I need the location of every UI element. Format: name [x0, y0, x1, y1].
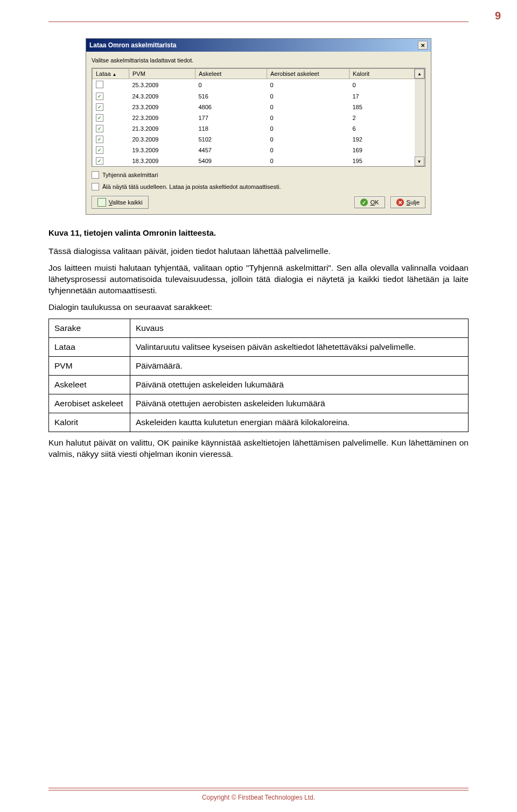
cell-pvm: 21.3.2009 — [129, 123, 195, 134]
cell-kal: 195 — [350, 156, 415, 166]
cell-pvm: 22.3.2009 — [129, 112, 195, 123]
table-row[interactable]: 25.3.2009000▼ — [93, 79, 425, 91]
desc-row: AskeleetPäivänä otettujen askeleiden luk… — [49, 375, 469, 394]
table-row[interactable]: ✓21.3.200911806 — [93, 123, 425, 134]
cell-pvm: 20.3.2009 — [129, 134, 195, 145]
col-aerobiset[interactable]: Aerobiset askeleet — [267, 69, 350, 79]
desc-key: Lataa — [49, 337, 130, 356]
bottom-rule-2 — [48, 790, 469, 790]
table-row[interactable]: ✓19.3.200944570169 — [93, 145, 425, 156]
cell-kal: 169 — [350, 145, 415, 156]
desc-value: Päivänä otettujen askeleiden lukumäärä — [130, 375, 469, 394]
checkbox-icon[interactable]: ✓ — [96, 157, 103, 165]
cell-ask: 177 — [195, 112, 267, 123]
desc-value: Valintaruutu valitsee kyseisen päivän as… — [130, 337, 469, 356]
close-button[interactable]: ✕ Sulje — [390, 196, 425, 208]
bottom-rule-1 — [48, 788, 469, 788]
cell-aero: 0 — [267, 102, 350, 112]
paragraph-2: Jos laitteen muisti halutaan tyhjentää, … — [48, 263, 469, 296]
dialog-instruction: Valitse askelmittarista ladattavat tiedo… — [92, 57, 425, 63]
checkbox-icon[interactable]: ✓ — [96, 136, 103, 143]
ok-button[interactable]: ✓ OK — [354, 196, 385, 208]
option-noshow-label: Älä näytä tätä uudelleen. Lataa ja poist… — [102, 183, 281, 190]
checkbox-icon[interactable]: ✓ — [96, 125, 103, 132]
cell-kal: 17 — [350, 91, 415, 102]
close-icon[interactable]: ✕ — [418, 41, 428, 50]
cell-ask: 0 — [195, 79, 267, 91]
desc-value: Päivämäärä. — [130, 356, 469, 375]
cell-aero: 0 — [267, 79, 350, 91]
col-kalorit[interactable]: Kalorit — [350, 69, 415, 79]
cell-pvm: 25.3.2009 — [129, 79, 195, 91]
copyright: Copyright © Firstbeat Technologies Ltd. — [48, 794, 469, 801]
cell-ask: 4806 — [195, 102, 267, 112]
cell-ask: 5409 — [195, 156, 267, 166]
cell-aero: 0 — [267, 123, 350, 134]
cell-aero: 0 — [267, 156, 350, 166]
dialog-window: Lataa Omron askelmittarista ✕ Valitse as… — [86, 38, 431, 215]
select-all-button[interactable]: Valitse kaikki — [92, 196, 149, 209]
select-all-icon — [97, 198, 106, 207]
checkbox-icon[interactable] — [92, 183, 99, 190]
ok-icon: ✓ — [360, 199, 368, 206]
option-noshow[interactable]: Älä näytä tätä uudelleen. Lataa ja poist… — [92, 183, 425, 190]
checkbox-icon[interactable]: ✓ — [96, 146, 103, 154]
table-row[interactable]: ✓18.3.200954090195 — [93, 156, 425, 166]
dialog-title: Lataa Omron askelmittarista — [89, 41, 176, 49]
cell-pvm: 23.3.2009 — [129, 102, 195, 112]
scroll-track[interactable]: ▼ — [415, 79, 425, 167]
paragraph-4: Kun halutut päivät on valittu, OK painik… — [48, 437, 469, 460]
cell-kal: 185 — [350, 102, 415, 112]
col-askeleet[interactable]: Askeleet — [195, 69, 267, 79]
checkbox-icon[interactable] — [96, 81, 103, 88]
table-row[interactable]: ✓20.3.200951020192 — [93, 134, 425, 145]
cell-kal: 0 — [350, 79, 415, 91]
desc-row: PVMPäivämäärä. — [49, 356, 469, 375]
desc-value: Askeleiden kautta kulutetun energian mää… — [130, 413, 469, 432]
cell-aero: 0 — [267, 134, 350, 145]
desc-key: Kalorit — [49, 413, 130, 432]
col-lataa[interactable]: Lataa ▲ — [93, 69, 129, 79]
dialog-title-bar: Lataa Omron askelmittarista ✕ — [86, 39, 431, 52]
cell-aero: 0 — [267, 91, 350, 102]
scroll-up-button[interactable]: ▲ — [415, 69, 425, 79]
description-table: Sarake Kuvaus LataaValintaruutu valitsee… — [48, 319, 469, 432]
cell-pvm: 24.3.2009 — [129, 91, 195, 102]
scroll-down-button[interactable]: ▼ — [415, 157, 424, 166]
dialog-screenshot: Lataa Omron askelmittarista ✕ Valitse as… — [48, 38, 469, 215]
table-row[interactable]: ✓23.3.200948060185 — [93, 102, 425, 112]
checkbox-icon[interactable] — [92, 171, 99, 179]
cell-pvm: 19.3.2009 — [129, 145, 195, 156]
cell-ask: 4457 — [195, 145, 267, 156]
desc-header-key: Sarake — [49, 319, 130, 337]
desc-key: Aerobiset askeleet — [49, 394, 130, 413]
desc-row: KaloritAskeleiden kautta kulutetun energ… — [49, 413, 469, 432]
cell-kal: 192 — [350, 134, 415, 145]
checkbox-icon[interactable]: ✓ — [96, 93, 103, 100]
cell-ask: 118 — [195, 123, 267, 134]
cell-ask: 516 — [195, 91, 267, 102]
table-row[interactable]: ✓24.3.2009516017 — [93, 91, 425, 102]
cell-kal: 6 — [350, 123, 415, 134]
desc-header-val: Kuvaus — [130, 319, 469, 337]
paragraph-1: Tässä dialogissa valitaan päivät, joiden… — [48, 246, 469, 257]
cell-aero: 0 — [267, 145, 350, 156]
page-number: 9 — [495, 10, 501, 22]
data-list-panel: Lataa ▲ PVM Askeleet Aerobiset askeleet … — [92, 68, 425, 167]
option-clear[interactable]: Tyhjennä askelmittari — [92, 171, 425, 179]
close-round-icon: ✕ — [396, 199, 404, 206]
option-clear-label: Tyhjennä askelmittari — [102, 172, 158, 178]
figure-caption: Kuva 11, tietojen valinta Omronin laitte… — [48, 228, 469, 237]
col-pvm[interactable]: PVM — [129, 69, 195, 79]
desc-value: Päivänä otettujen aerobisten askeleiden … — [130, 394, 469, 413]
table-row[interactable]: ✓22.3.200917702 — [93, 112, 425, 123]
desc-row: Aerobiset askeleetPäivänä otettujen aero… — [49, 394, 469, 413]
desc-key: Askeleet — [49, 375, 130, 394]
checkbox-icon[interactable]: ✓ — [96, 103, 103, 111]
checkbox-icon[interactable]: ✓ — [96, 114, 103, 122]
desc-key: PVM — [49, 356, 130, 375]
top-rule — [48, 22, 469, 22]
paragraph-3: Dialogin taulukussa on seuraavat sarakke… — [48, 302, 469, 313]
cell-ask: 5102 — [195, 134, 267, 145]
cell-aero: 0 — [267, 112, 350, 123]
